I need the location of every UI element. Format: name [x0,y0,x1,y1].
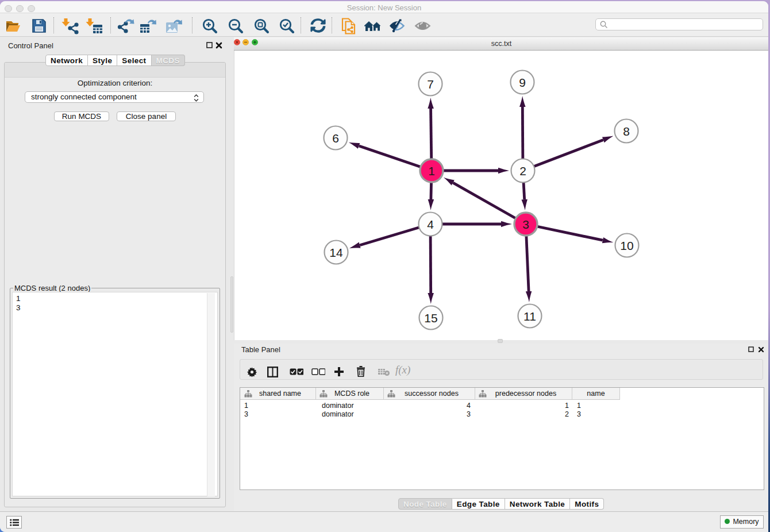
svg-text:6: 6 [332,132,339,145]
svg-text:15: 15 [424,311,437,325]
svg-text:8: 8 [623,125,630,138]
svg-text:1: 1 [428,164,435,178]
svg-text:4: 4 [427,218,434,231]
svg-text:3: 3 [522,218,529,231]
svg-text:2: 2 [519,164,526,178]
svg-text:11: 11 [523,310,536,323]
svg-text:10: 10 [620,239,633,252]
svg-text:9: 9 [519,76,526,89]
svg-text:7: 7 [427,78,434,91]
svg-text:14: 14 [329,246,343,259]
